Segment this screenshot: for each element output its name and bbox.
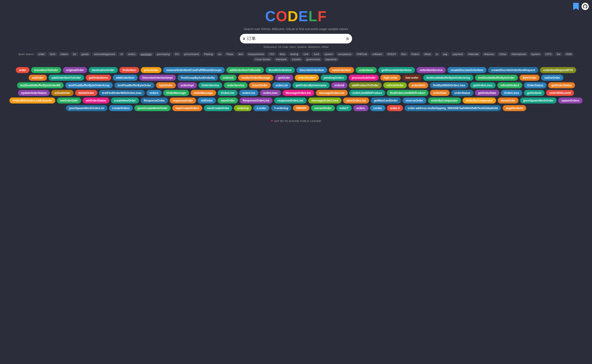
tag-item[interactable]: testDoubleBufferByteOrderArray [423,75,474,81]
tag-item[interactable]: nativeOrder [541,75,563,81]
tag-item[interactable]: testDoubleBufferByteOrder [475,75,518,81]
tag-item[interactable]: messageOrderLine [316,90,348,96]
tag-item[interactable]: saveOrder [217,98,238,104]
tag-item[interactable]: refreshOrder2 [497,82,522,88]
tag-item[interactable]: ResponseOrderLine [240,98,273,104]
tag-item[interactable]: orderWithLineId [546,90,574,96]
quick-search-tag[interactable]: for [71,52,78,56]
quick-search-tag[interactable]: Placing [202,52,215,56]
tag-item[interactable]: corder [370,105,385,111]
tag-item[interactable]: OrderService [198,82,222,88]
quick-search-tag[interactable]: government [304,57,322,61]
quick-search-tag[interactable]: Interbank [273,57,289,61]
tag-item[interactable]: refreshOrder [383,82,407,88]
tag-item[interactable]: priceOrder [141,67,162,73]
tag-item[interactable]: OrderWithOrderLineExtractor [9,98,55,104]
search-glass-icon[interactable]: ⊕ [346,36,349,41]
tag-item[interactable]: orderItemRequestDTO [540,67,576,73]
quick-search-tag[interactable]: CIPS [543,52,553,56]
tag-item[interactable]: byteOrder [156,82,176,88]
tag-item[interactable]: orderL [353,105,369,111]
tag-item[interactable]: orderDAO [408,82,428,88]
tag-item[interactable]: destinationOrder [89,67,118,73]
tag-item[interactable]: orderItems [356,67,377,73]
quick-search-tag[interactable]: Junit [312,52,321,56]
tag-item[interactable]: findOrderLineWithProduct [387,90,428,96]
quick-search-tag[interactable]: pay [441,52,450,56]
tag-item[interactable]: processSubOrder [349,75,379,81]
tag-item[interactable]: vendorOrderMessage [238,75,273,81]
tag-item[interactable]: orders [146,90,162,96]
quick-search-tag[interactable]: RMB [564,52,574,56]
tag-item[interactable]: ORDER [293,105,310,111]
tag-item[interactable]: MessageOrderLine [283,90,314,96]
quick-search-tag[interactable]: is [434,52,440,56]
tag-item[interactable]: addOrderItemToOrder [48,75,84,81]
tag-item[interactable]: orderDate [430,90,450,96]
tag-item[interactable]: ordering [234,105,252,111]
tag-item[interactable]: nextCreateOrder [204,105,233,111]
tag-item[interactable]: currentOrder [311,105,335,111]
tag-item[interactable]: jpvmCreateWorkOrder [134,105,171,111]
quick-search-tag[interactable]: software [370,52,384,56]
tag-item[interactable]: addOrderItemToBundle [226,67,264,73]
tag-item[interactable]: getOrderDate [475,90,499,96]
tag-item[interactable]: getOrderId [524,90,545,96]
quick-search-tag[interactable]: test [236,52,245,56]
quick-search-tag[interactable]: of [118,52,125,56]
quick-search-tag[interactable]: acceptance [336,52,354,56]
tag-item[interactable]: getOrderItems [86,75,111,81]
quick-search-tag[interactable]: BTEST [385,52,398,56]
tag-item[interactable]: orderItemService [416,67,446,73]
quick-search-tag[interactable]: China [497,52,508,56]
quick-search-tag[interactable]: acknowledgement [92,52,117,56]
tag-item[interactable]: updateOrderStatus [18,90,50,96]
quick-search-tag[interactable]: goods [79,52,91,56]
tag-item[interactable]: inverseOrder [403,98,426,104]
tag-item[interactable]: order [16,67,29,73]
quick-search-tag[interactable]: payments [323,57,339,61]
tag-item[interactable]: DiscreteOrderItem [296,67,327,73]
tag-item[interactable]: oldOrder [198,98,216,104]
tag-item[interactable]: ByteOrder [520,75,540,81]
bookmark-icon[interactable] [572,2,580,11]
quick-search-tag[interactable]: system [322,52,335,56]
tag-item[interactable]: DiscreteOrderItemImpl [139,75,176,81]
tag-item[interactable]: getOrdersByUsername [293,82,330,88]
quick-search-tag[interactable]: International [509,52,528,56]
quick-search-tag[interactable]: Patton [409,52,421,56]
tag-item[interactable]: testDoubleBufferByteOrderBE [17,82,64,88]
tag-item[interactable]: OrderMessage [163,90,189,96]
quick-search-tag[interactable]: procurement [182,52,201,56]
tag-item[interactable]: createDiscreteOrderItemRequest [488,67,538,73]
tag-item[interactable]: setOrderDate [57,98,81,104]
tag-item[interactable]: z-order [253,105,269,111]
tag-item[interactable]: addProductToOrder [349,82,382,88]
tag-item[interactable]: orderStatus [451,90,474,96]
quick-search-tag[interactable]: disburse [482,52,496,56]
tag-item[interactable]: ResponseOrder [141,98,168,104]
filter-icon[interactable]: ⧗ [243,37,245,41]
tag-item[interactable]: orderByComparator [428,98,461,104]
tag-item[interactable]: TestGroupByAndOrderBy [177,75,218,81]
tag-item[interactable]: OrderLine [218,90,238,96]
quick-search-tag[interactable]: What [422,52,433,56]
tag-item[interactable]: orderId [331,82,347,88]
quick-search-tag[interactable]: purchasing [155,52,172,56]
tag-item[interactable]: orderNumber [295,75,319,81]
tag-item[interactable]: angeforderte [503,105,526,111]
tag-item[interactable]: getMaxCardOrder [371,98,401,104]
tag-item[interactable]: orderList [272,82,291,88]
tag-item[interactable]: jpvmSpawnWorkOrderList [66,105,108,111]
quick-search-tag[interactable]: the [554,52,563,56]
quick-search-tag[interactable]: testing [288,52,300,56]
tag-item[interactable]: maxCreateOrders [172,105,202,111]
search-input[interactable] [247,36,344,41]
quick-search-tag[interactable]: Alternate [466,52,481,56]
quick-search-tag[interactable]: Place [224,52,235,56]
tag-item[interactable]: getOrderStatus [548,82,575,88]
tag-item[interactable]: orderLineWithProduct [349,90,385,96]
quick-search-tag[interactable]: PO [173,52,181,56]
quick-search-tag[interactable]: System [529,52,542,56]
tag-item[interactable]: order-2 [387,105,403,111]
